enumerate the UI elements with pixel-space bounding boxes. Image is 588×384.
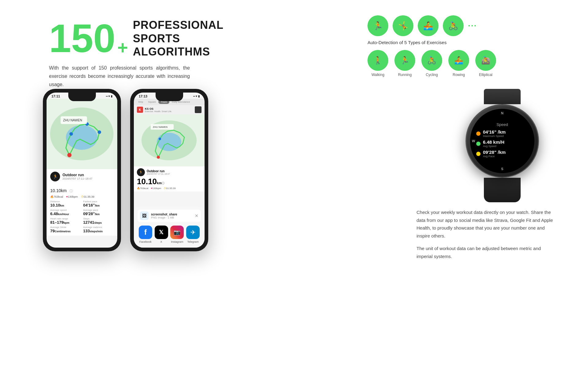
watch-avg-speed-label: Avg Speed: [483, 145, 504, 148]
top-icon-row: 🚣: [418, 15, 439, 36]
stat-avg-pace: Average pace 09'28"/km: [83, 209, 114, 216]
phone1-summary-row: 🔥763kcal ♥130bpm ⏱01:35:39: [50, 195, 114, 198]
watch-max-speed-label: Maximum Speed: [483, 135, 506, 138]
compass-south: S: [501, 167, 503, 171]
ex-type-running: 🏃 Running: [394, 50, 415, 77]
hr-stat: ♥130bpm: [66, 195, 78, 198]
watch-avg-pace-value: 09'28" /km: [483, 150, 506, 155]
tab-strip[interactable]: Strip: [136, 100, 145, 104]
svg-point-13: [159, 138, 161, 140]
ex-type-walking: 🚶 Walking: [368, 50, 388, 77]
phone2-run-icon: 🏃: [137, 168, 145, 176]
share-overlay: 🖼 screenshot_share PNG Image · 1 MB ✕ f …: [134, 207, 205, 248]
phone2-workout-type: Outdoor run: [147, 169, 170, 173]
running-label: Running: [398, 73, 412, 77]
top-icons-row: 🏃 🤸 🚣 🚴 ···: [368, 15, 557, 36]
svg-text:ZHU NAWEN: ZHU NAWEN: [153, 126, 168, 128]
top-icon-gymnastics: 🤸: [393, 15, 413, 36]
phone2-distance: 10.10kmⓘ: [137, 177, 202, 186]
svg-point-11: [157, 133, 181, 151]
watch-metric-avg-pace: 09'28" /km Avg Pace: [473, 150, 531, 158]
left-section: 150 + PROFESSIONAL SPORTS ALGORITHMS Wit…: [49, 18, 208, 89]
watch-max-speed-value: 04'16" /km: [483, 129, 506, 135]
share-app-telegram[interactable]: ✈ Telegram: [186, 226, 200, 243]
ks-name: KS OS: [145, 107, 172, 110]
phone1-stats-grid: Distance 10.10km Fastest pace 04'16"/km …: [50, 200, 114, 233]
phone1-status-icons: ▪▪ ▾ ▮: [106, 95, 112, 98]
tab-square[interactable]: Square: [145, 100, 158, 104]
svg-point-12: [157, 156, 160, 159]
compass-north: N: [501, 111, 503, 115]
phone1-big-distance: 10.10km ⓘ: [50, 183, 73, 194]
share-file-row: 🖼 screenshot_share PNG Image · 1 MB ✕: [138, 210, 201, 222]
x-icon: 𝕏: [155, 226, 168, 239]
facebook-label: Facebook: [139, 240, 152, 243]
svg-text:ZHU NAWEN: ZHU NAWEN: [63, 119, 82, 122]
rowing-icon-circle: 🚣: [448, 50, 469, 71]
cycling-icon-circle: 🚴: [421, 50, 442, 71]
watch-metric-speed: 04'16" /km Maximum Speed: [473, 129, 531, 138]
phone2-notch: [156, 93, 183, 101]
phone1-workout-type: Outdoor run: [62, 173, 92, 177]
watch-screen-title: Speed: [496, 122, 508, 127]
strap-top: [484, 89, 521, 104]
dot-avg-pace: [476, 152, 481, 156]
description-text: With the support of 150 professional spo…: [49, 64, 190, 89]
share-file-icon: 🖼: [140, 211, 149, 220]
ks-info: KS OS Exercise. Health. Smart Life.: [145, 107, 172, 112]
ks-logo: K: [137, 107, 143, 113]
svg-point-3: [67, 153, 72, 157]
ks-tagline: Exercise. Health. Smart Life.: [145, 110, 172, 112]
svg-point-2: [66, 125, 97, 150]
watch-body: Speed 04'16" /km Maximum Speed 6.48 km/H…: [453, 89, 551, 205]
run-icon: 🏃: [50, 172, 60, 181]
phone2-workout-mini: 🏃 Outdoor run 2024/07/07 17:11–18:47 10.…: [134, 166, 205, 192]
dot-max-speed: [476, 131, 481, 136]
phone1-distance-row: 10.10km ⓘ: [50, 183, 114, 195]
share-app-x[interactable]: 𝕏 X: [155, 226, 168, 243]
strap-bottom: [484, 178, 521, 202]
phone2-social-header: K KS OS Exercise. Health. Smart Life.: [134, 105, 205, 114]
right-section: 🏃 🤸 🚣 🚴 ··· Auto-Detection of 5 Types of…: [368, 15, 557, 86]
phone2-workout-date: 2024/07/07 17:11–18:47: [147, 173, 170, 175]
stat-avg-speed: Average speed 6.48km/Hour: [50, 209, 81, 216]
phone2-calories: 🔥763kcal: [137, 187, 149, 190]
share-apps-row: f Facebook 𝕏 X 📷 Instagram ✈ Telegram: [138, 224, 201, 245]
phone1-notch: [68, 93, 96, 101]
title-line2: SPORTS ALGORITHMS: [133, 32, 224, 58]
cycling-label: Cycling: [426, 73, 438, 77]
watch-avg-speed-value: 6.48 km/H: [483, 139, 504, 145]
duration-stat: ⏱01:35:39: [81, 195, 94, 198]
auto-detect-label: Auto-Detection of 5 Types of Exercises: [368, 40, 557, 45]
watch-case: Speed 04'16" /km Maximum Speed 6.48 km/H…: [466, 104, 539, 178]
stat-distance: Distance 10.10km: [50, 200, 81, 207]
telegram-label: Telegram: [187, 240, 199, 243]
phone1-workout-header: 🏃 Outdoor run 2024/07/07 17:11–18:47: [50, 172, 114, 181]
elliptical-icon-circle: 🚵: [475, 50, 496, 71]
dot-avg-speed: [476, 142, 481, 146]
phone1-time: 17:11: [51, 94, 60, 98]
share-file-size: PNG Image · 1 MB: [151, 216, 192, 219]
elliptical-label: Elliptical: [479, 73, 492, 77]
right-text-para1: Check your weekly workout data directly …: [417, 208, 557, 240]
telegram-icon: ✈: [186, 226, 200, 239]
big-number: 150: [49, 18, 115, 58]
title-line1: PROFESSIONAL: [133, 18, 224, 32]
rowing-label: Rowing: [453, 73, 465, 77]
ex-type-rowing: 🚣 Rowing: [448, 50, 469, 77]
instagram-label: Instagram: [171, 240, 183, 243]
phone1-workout-date: 2024/07/07 17:11–18:47: [62, 177, 92, 180]
calories-stat: 🔥763kcal: [50, 195, 63, 198]
share-app-facebook[interactable]: f Facebook: [139, 226, 152, 243]
top-icon-run: 🏃: [368, 15, 388, 36]
running-icon-circle: 🏃: [394, 50, 415, 71]
share-close-button[interactable]: ✕: [195, 213, 198, 218]
share-app-instagram[interactable]: 📷 Instagram: [170, 226, 184, 243]
watch-metric-avg-speed: 6.48 km/H Avg Speed: [473, 139, 531, 148]
svg-point-4: [70, 132, 73, 136]
phone2-status-icons: ▪▪ ▾ ▮: [193, 95, 200, 98]
phone2-time: 17:13: [139, 94, 147, 98]
right-text: Check your weekly workout data directly …: [417, 208, 557, 265]
phone2-workout-header: 🏃 Outdoor run 2024/07/07 17:11–18:47: [137, 168, 202, 176]
phone1: 17:11 ▪▪ ▾ ▮: [43, 89, 121, 251]
